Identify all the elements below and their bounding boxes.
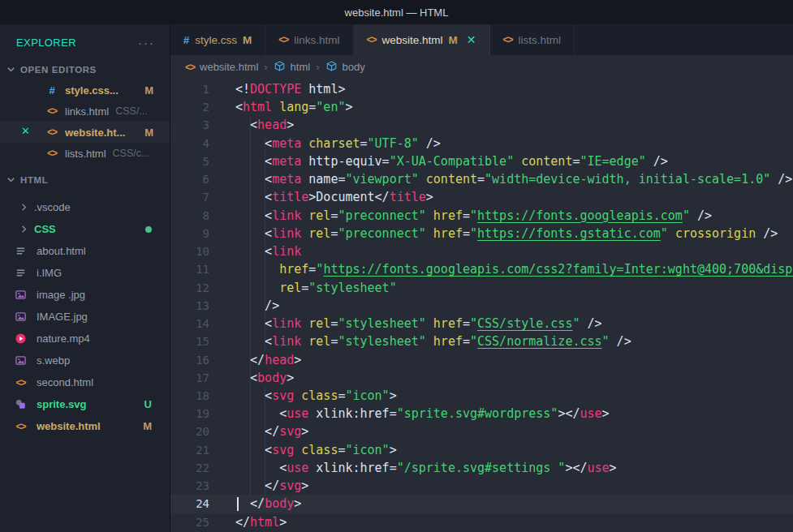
modified-badge: M [449, 34, 458, 46]
code-line-25[interactable]: 25</html> [170, 513, 793, 531]
tree-file-i.img[interactable]: i.IMG [0, 262, 170, 284]
window-title: website.html — HTML [345, 6, 449, 19]
code-text: <svg class="icon"> [235, 387, 397, 405]
code-line-19[interactable]: 19 <use xlink:href="sprite.svg#wordpress… [170, 405, 793, 423]
html-code-icon: <> [278, 34, 288, 45]
code-line-3[interactable]: 3 <head> [170, 116, 793, 134]
code-text: <use xlink:href="sprite.svg#wordpress"><… [235, 405, 610, 423]
code-line-9[interactable]: 9 <link rel="preconnect" href="https://f… [170, 225, 793, 242]
code-text: <!DOCTYPE html> [235, 80, 345, 98]
tree-folder-.vscode[interactable]: .vscode [0, 196, 170, 218]
code-line-18[interactable]: 18 <svg class="icon"> [170, 387, 793, 405]
code-line-20[interactable]: 20 </svg> [170, 423, 793, 440]
document-icon [14, 245, 28, 257]
tree-file-about.html[interactable]: about.html [0, 240, 170, 262]
breadcrumb: <>website.html›html›body [170, 55, 793, 79]
code-line-17[interactable]: 17 <body> [170, 369, 793, 387]
line-number: 18 [170, 387, 235, 405]
open-editor-label: style.css... [65, 84, 119, 97]
code-line-24[interactable]: 24 </body> [170, 495, 793, 513]
code-line-15[interactable]: 15 <link rel="stylesheet" href="CSS/norm… [170, 332, 793, 350]
code-line-22[interactable]: 22 <use xlink:href="/sprite.svg#settings… [170, 459, 793, 477]
tree-folder-css[interactable]: CSS [0, 218, 170, 240]
tab-website.html[interactable]: <>website.htmlM✕ [354, 24, 490, 55]
tree-file-s.webp[interactable]: s.webp [0, 350, 170, 371]
indent-guide [265, 135, 265, 351]
css-hash-icon: # [45, 84, 59, 97]
open-editor-item[interactable]: <>lists.htmlCSS/c... [0, 143, 170, 164]
tree-file-website.html[interactable]: <>website.htmlM [0, 415, 170, 437]
code-line-4[interactable]: 4 <meta charset="UTF-8" /> [170, 135, 793, 152]
tab-label: website.html [382, 34, 443, 46]
code-text: </svg> [235, 423, 308, 440]
html-code-icon: <> [185, 62, 195, 73]
workspace-section-header[interactable]: HTML [0, 170, 170, 190]
image-icon [14, 354, 28, 367]
code-text: <body> [235, 369, 294, 387]
tree-file-image.jpg[interactable]: IMAGE.jpg [0, 306, 170, 328]
indent-guide [265, 387, 265, 495]
html-code-icon: <> [45, 148, 59, 159]
code-line-23[interactable]: 23 </svg> [170, 477, 793, 495]
tree-item-label: second.html [37, 376, 93, 388]
line-number: 17 [170, 369, 235, 387]
open-editor-item[interactable]: #style.css...M [0, 79, 170, 101]
open-editor-item[interactable]: <>links.htmlCSS/... [0, 101, 170, 122]
tree-file-image-.jpg[interactable]: image .jpg [0, 284, 170, 306]
line-number: 16 [170, 351, 235, 369]
open-editors-list: #style.css...M<>links.htmlCSS/...✕<>webs… [0, 79, 170, 164]
html-code-icon: <> [45, 105, 59, 117]
code-line-16[interactable]: 16 </head> [170, 351, 793, 369]
html-code-icon: <> [503, 34, 513, 45]
close-tab-icon[interactable]: ✕ [467, 33, 476, 46]
line-number: 13 [170, 297, 235, 315]
breadcrumb-item-html[interactable]: html [274, 60, 311, 75]
explorer-title: EXPLORER [16, 36, 76, 49]
tree-file-second.html[interactable]: <>second.html [0, 371, 170, 393]
code-line-21[interactable]: 21 <svg class="icon"> [170, 441, 793, 459]
code-text: <link rel="stylesheet" href="CSS/style.c… [235, 315, 602, 332]
image-icon [14, 289, 28, 301]
tab-style.css[interactable]: #style.cssM [170, 24, 265, 55]
modified-badge: M [243, 34, 252, 46]
code-line-1[interactable]: 1<!DOCTYPE html> [170, 80, 793, 98]
chevron-right-icon [16, 201, 31, 213]
code-editor[interactable]: 1<!DOCTYPE html>2<html lang="en">3 <head… [170, 79, 793, 532]
open-editor-label: lists.html [65, 148, 106, 160]
explorer-actions-button[interactable]: ··· [138, 36, 155, 49]
close-editor-icon[interactable]: ✕ [21, 125, 30, 137]
modified-badge: M [144, 127, 153, 139]
code-line-14[interactable]: 14 <link rel="stylesheet" href="CSS/styl… [170, 315, 793, 332]
tree-file-sprite.svg[interactable]: sprite.svgU [0, 393, 170, 415]
breadcrumb-item-website.html[interactable]: <>website.html [185, 61, 258, 73]
code-line-10[interactable]: 10 <link [170, 242, 793, 260]
symbol-cube-icon [274, 60, 286, 75]
code-line-5[interactable]: 5 <meta http-equiv="X-UA-Compatible" con… [170, 152, 793, 170]
code-text: <html lang="en"> [235, 98, 353, 116]
open-editors-section-header[interactable]: OPEN EDITORS [0, 60, 170, 79]
code-line-2[interactable]: 2<html lang="en"> [170, 98, 793, 116]
code-line-13[interactable]: 13 /> [170, 297, 793, 315]
chevron-right-icon [16, 223, 31, 235]
code-text: <link [235, 242, 301, 260]
window-titlebar: website.html — HTML [0, 0, 793, 24]
tab-lists.html[interactable]: <>lists.html [490, 24, 575, 55]
code-line-8[interactable]: 8 <link rel="preconnect" href="https://f… [170, 207, 793, 225]
line-number: 25 [170, 513, 235, 531]
code-text: <link rel="stylesheet" href="CSS/normali… [235, 332, 631, 350]
html-code-icon: <> [14, 421, 28, 432]
open-editor-item[interactable]: ✕<>website.ht...M [0, 122, 170, 143]
breadcrumb-item-body[interactable]: body [325, 60, 365, 75]
breadcrumb-separator: › [264, 61, 267, 73]
tab-links.html[interactable]: <>links.html [265, 24, 353, 55]
breadcrumb-separator: › [316, 61, 319, 73]
code-line-7[interactable]: 7 <title>Document</title> [170, 188, 793, 206]
code-line-12[interactable]: 12 rel="stylesheet" [170, 279, 793, 297]
code-line-6[interactable]: 6 <meta name="viewport" content="width=d… [170, 170, 793, 188]
code-line-11[interactable]: 11 href="https://fonts.googleapis.com/cs… [170, 260, 793, 278]
code-text: <meta http-equiv="X-UA-Compatible" conte… [235, 152, 668, 170]
breadcrumb-label: website.html [200, 61, 258, 73]
image-icon [14, 311, 28, 323]
code-text: rel="stylesheet" [235, 279, 397, 297]
tree-file-nature.mp4[interactable]: nature.mp4 [0, 328, 170, 350]
